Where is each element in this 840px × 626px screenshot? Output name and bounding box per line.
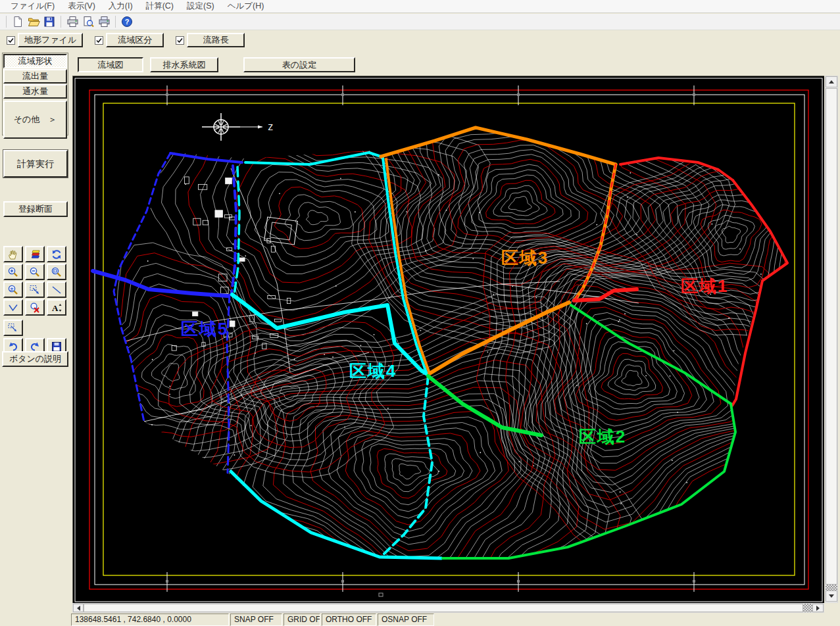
svg-text:?: ?	[125, 18, 130, 26]
zoom-in-icon	[7, 266, 19, 278]
scroll-right-button[interactable]	[812, 604, 824, 612]
tab-basin-map[interactable]: 流域図	[78, 57, 143, 72]
menu-bar: ファイル(F) 表示(V) 入力(I) 計算(C) 設定(S) ヘルプ(H)	[0, 0, 840, 13]
pan-tool-button[interactable]	[3, 246, 23, 262]
region-label: 区域2	[579, 427, 626, 446]
line-icon	[51, 284, 62, 296]
drawing-canvas[interactable]: Z区域1区域2区域3区域4区域5	[72, 76, 824, 603]
app-window: { "menu_bar": { "items": [ {"label": "ファ…	[0, 0, 840, 626]
mode-other-button[interactable]: その他 ＞	[3, 101, 67, 139]
undo-icon	[7, 341, 19, 352]
zoom-extents-tool-button[interactable]	[47, 264, 66, 280]
zoom-extents-icon	[51, 266, 62, 278]
terrain-file-checkbox[interactable]	[7, 36, 15, 45]
ortho-status[interactable]: ORTHO OFF	[322, 614, 376, 626]
channel-length-checkbox[interactable]	[176, 36, 184, 45]
polyline-tool-button[interactable]	[3, 299, 23, 316]
polyline-icon	[7, 302, 19, 314]
menu-help[interactable]: ヘルプ(H)	[221, 0, 271, 13]
right-arrow-icon	[816, 606, 820, 611]
snap-status[interactable]: SNAP OFF	[230, 614, 282, 626]
text-height-icon: A	[51, 302, 62, 314]
zoom-out-tool-button[interactable]	[25, 264, 45, 280]
vertical-scroll-thumb[interactable]	[826, 88, 837, 585]
new-file-button[interactable]	[10, 14, 26, 29]
redo-icon	[29, 341, 41, 352]
status-bar: 138648.5461 , 742.6840 , 0.0000 SNAP OFF…	[0, 614, 840, 626]
channel-length-button[interactable]: 流路長	[187, 33, 245, 47]
region-label: 区域4	[349, 361, 397, 381]
menu-settings[interactable]: 設定(S)	[180, 0, 221, 13]
redraw-tool-button[interactable]	[25, 246, 45, 262]
vertical-scroll-track[interactable]	[826, 585, 837, 590]
new-document-icon	[12, 16, 24, 28]
grid-status[interactable]: GRID OFF	[284, 614, 320, 626]
save-icon	[43, 16, 55, 28]
scroll-up-button[interactable]	[826, 76, 837, 87]
tab-table-settings[interactable]: 表の設定	[243, 57, 355, 72]
basin-division-button[interactable]: 流域区分	[106, 33, 164, 47]
zoom-scale-tool-button[interactable]: ±	[3, 281, 23, 298]
print-setup-button[interactable]	[96, 14, 112, 29]
open-file-button[interactable]	[26, 14, 41, 29]
save-button[interactable]	[41, 14, 57, 29]
registered-section-button[interactable]: 登録断面	[3, 201, 68, 217]
horizontal-scrollbar[interactable]	[72, 603, 824, 613]
check-icon	[96, 37, 102, 43]
toolbar-separator	[6, 16, 7, 28]
scroll-down-button[interactable]	[826, 590, 837, 602]
mode-flow-capacity-button[interactable]: 通水量	[3, 84, 67, 99]
horizontal-scroll-thumb[interactable]	[84, 604, 803, 612]
main-toolbar: ?	[0, 14, 840, 30]
print-preview-icon	[82, 16, 94, 28]
button-help-button[interactable]: ボタンの説明	[2, 351, 68, 367]
scroll-left-button[interactable]	[73, 604, 84, 612]
menu-view[interactable]: 表示(V)	[61, 0, 102, 13]
down-arrow-icon	[829, 594, 834, 598]
terrain-file-button[interactable]: 地形ファイル	[18, 33, 83, 47]
mode-runoff-button[interactable]: 流出量	[3, 69, 67, 84]
help-icon: ?	[121, 16, 133, 28]
check-icon	[177, 37, 183, 43]
axis-label: Z	[268, 122, 273, 132]
zoom-clear-tool-button[interactable]	[25, 299, 45, 316]
layers-icon	[29, 249, 41, 260]
zoom-window-tool-button[interactable]	[25, 281, 45, 298]
line-tool-button[interactable]	[47, 281, 66, 298]
save-view-icon	[51, 341, 62, 352]
zoom-out-icon	[29, 266, 41, 278]
svg-text:±: ±	[10, 285, 14, 291]
region-label: 区域1	[681, 276, 728, 296]
svg-text:A: A	[52, 303, 59, 313]
vertical-scrollbar[interactable]	[825, 76, 838, 603]
zoom-region-tool-button[interactable]	[3, 320, 23, 336]
region-label: 区域5	[181, 319, 228, 339]
run-calculation-button[interactable]: 計算実行	[3, 150, 68, 178]
help-button[interactable]: ?	[119, 14, 135, 29]
refresh-tool-button[interactable]	[47, 246, 66, 262]
print-preview-button[interactable]	[80, 14, 96, 29]
zoom-in-tool-button[interactable]	[3, 264, 23, 280]
coordinates-readout: 138648.5461 , 742.6840 , 0.0000	[71, 614, 229, 626]
toggle-terrain-file: 地形ファイル	[0, 33, 83, 47]
toolbar-separator	[61, 16, 61, 28]
basin-division-checkbox[interactable]	[95, 36, 103, 45]
osnap-status[interactable]: OSNAP OFF	[378, 614, 434, 626]
basin-map: Z区域1区域2区域3区域4区域5	[73, 76, 824, 603]
tab-drainage-system[interactable]: 排水系統図	[150, 57, 218, 72]
check-icon	[8, 37, 14, 43]
left-arrow-icon	[77, 606, 80, 611]
print-button[interactable]	[64, 14, 80, 29]
horizontal-scroll-track[interactable]	[803, 604, 812, 612]
compass-icon: Z	[202, 113, 273, 141]
zoom-clear-icon	[29, 302, 41, 314]
mode-basin-shape-button[interactable]: 流域形状	[3, 54, 67, 68]
text-height-tool-button[interactable]: A	[47, 299, 66, 316]
print-setup-icon	[98, 16, 111, 28]
menu-input[interactable]: 入力(I)	[102, 0, 139, 13]
print-icon	[66, 16, 79, 28]
open-folder-icon	[28, 16, 40, 28]
menu-calc[interactable]: 計算(C)	[139, 0, 180, 13]
toolbar-separator	[115, 16, 116, 28]
menu-file[interactable]: ファイル(F)	[4, 0, 61, 13]
